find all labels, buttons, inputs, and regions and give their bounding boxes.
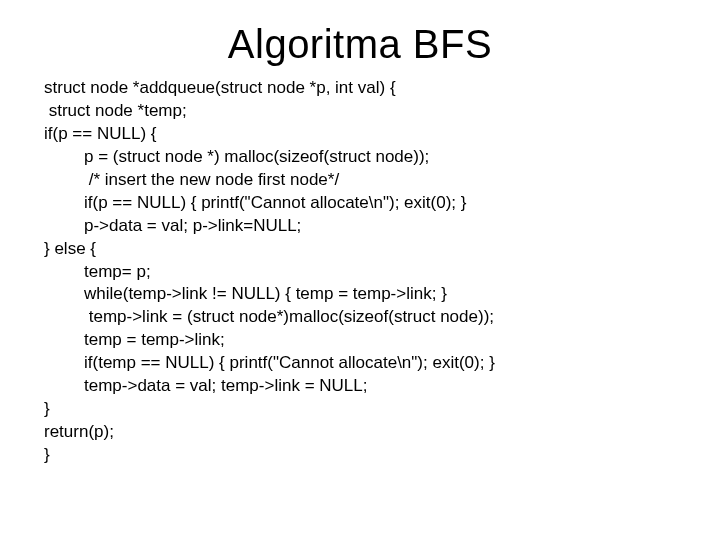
- code-line: }: [44, 398, 700, 421]
- code-line: /* insert the new node first node*/: [44, 169, 700, 192]
- code-line: if(temp == NULL) { printf("Cannot alloca…: [44, 352, 700, 375]
- slide: Algoritma BFS struct node *addqueue(stru…: [0, 0, 720, 540]
- code-line: temp->data = val; temp->link = NULL;: [44, 375, 700, 398]
- code-line: p->data = val; p->link=NULL;: [44, 215, 700, 238]
- code-line: return(p);: [44, 421, 700, 444]
- slide-title: Algoritma BFS: [0, 0, 720, 77]
- code-line: if(p == NULL) { printf("Cannot allocate\…: [44, 192, 700, 215]
- code-line: temp->link = (struct node*)malloc(sizeof…: [44, 306, 700, 329]
- code-line: }: [44, 444, 700, 467]
- code-line: if(p == NULL) {: [44, 123, 700, 146]
- code-line: struct node *temp;: [44, 100, 700, 123]
- code-line: while(temp->link != NULL) { temp = temp-…: [44, 283, 700, 306]
- code-line: temp = temp->link;: [44, 329, 700, 352]
- code-block: struct node *addqueue(struct node *p, in…: [0, 77, 720, 467]
- code-line: } else {: [44, 238, 700, 261]
- code-line: p = (struct node *) malloc(sizeof(struct…: [44, 146, 700, 169]
- code-line: struct node *addqueue(struct node *p, in…: [44, 77, 700, 100]
- code-line: temp= p;: [44, 261, 700, 284]
